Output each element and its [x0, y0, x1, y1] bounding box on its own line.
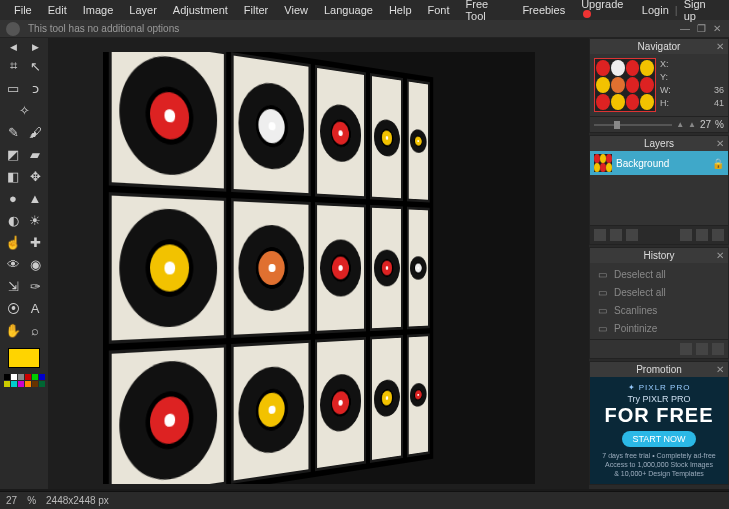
- history-delete-icon[interactable]: [712, 343, 724, 355]
- layer-mask-icon[interactable]: [610, 229, 622, 241]
- brush-tool[interactable]: 🖌: [25, 122, 45, 142]
- hand-tool[interactable]: ✋: [3, 320, 23, 340]
- wand-tool[interactable]: ✧: [14, 100, 34, 120]
- palette-swatch[interactable]: [32, 381, 38, 387]
- layers-close-icon[interactable]: ✕: [716, 138, 724, 149]
- toolbox-collapse-right-icon[interactable]: ▶: [32, 42, 39, 54]
- zoom-tool[interactable]: ⌕: [25, 320, 45, 340]
- zoom-slider[interactable]: [594, 124, 672, 126]
- color-palette[interactable]: [4, 374, 45, 387]
- menu-view[interactable]: View: [276, 4, 316, 16]
- layer-row-background[interactable]: Background 🔒: [590, 151, 728, 175]
- palette-swatch[interactable]: [32, 374, 38, 380]
- palette-swatch[interactable]: [18, 374, 24, 380]
- promo-subtext: 7 days free trial • Completely ad-free A…: [596, 451, 722, 478]
- menu-edit[interactable]: Edit: [40, 4, 75, 16]
- sponge-tool[interactable]: ◐: [3, 210, 23, 230]
- minimize-icon[interactable]: —: [679, 23, 691, 35]
- menu-upgrade[interactable]: Upgrade: [573, 0, 636, 22]
- pinch-tool[interactable]: ⇲: [3, 276, 23, 296]
- drawing-tool[interactable]: ✑: [25, 276, 45, 296]
- menu-image[interactable]: Image: [75, 4, 122, 16]
- palette-swatch[interactable]: [11, 374, 17, 380]
- palette-swatch[interactable]: [4, 374, 10, 380]
- menu-help[interactable]: Help: [381, 4, 420, 16]
- layer-duplicate-icon[interactable]: [696, 229, 708, 241]
- menu-freebies[interactable]: Freebies: [514, 4, 573, 16]
- promo-cta-button[interactable]: START NOW: [622, 431, 695, 447]
- bucket-tool[interactable]: ▰: [25, 144, 45, 164]
- toolbox: ◀▶ ⌗↖ ▭ɔ ✧ ✎🖌 ◩▰ ◧✥ ●▲ ◐☀ ☝✚ 👁◉ ⇲✑ ⦿A ✋⌕: [0, 38, 48, 489]
- lock-icon[interactable]: 🔒: [712, 158, 724, 169]
- clone-tool[interactable]: ✥: [25, 166, 45, 186]
- layers-title: Layers: [644, 138, 674, 149]
- palette-swatch[interactable]: [25, 374, 31, 380]
- gradient-tool[interactable]: ◧: [3, 166, 23, 186]
- palette-swatch[interactable]: [11, 381, 17, 387]
- navigator-title: Navigator: [638, 41, 681, 52]
- palette-swatch[interactable]: [4, 381, 10, 387]
- eye-tool[interactable]: 👁: [3, 254, 23, 274]
- blur-tool[interactable]: ●: [3, 188, 23, 208]
- history-redo-icon[interactable]: [696, 343, 708, 355]
- layer-style-icon[interactable]: [626, 229, 638, 241]
- promotion-panel: Promotion✕ ✦ PIXLR PRO Try PIXLR PRO FOR…: [589, 361, 729, 485]
- restore-icon[interactable]: ❐: [695, 23, 707, 35]
- layer-name: Background: [616, 158, 669, 169]
- promo-try-text: Try PIXLR PRO: [596, 394, 722, 404]
- move-tool[interactable]: ↖: [25, 56, 45, 76]
- login-link[interactable]: Login: [636, 4, 675, 16]
- history-step-icon: ▭: [596, 286, 608, 298]
- promo-logo: ✦ PIXLR PRO: [596, 383, 722, 392]
- history-close-icon[interactable]: ✕: [716, 250, 724, 261]
- nav-x-label: X:: [660, 58, 669, 71]
- signup-link[interactable]: Sign up: [678, 0, 723, 22]
- menu-font[interactable]: Font: [420, 4, 458, 16]
- colorpicker-tool[interactable]: ⦿: [3, 298, 23, 318]
- menu-freetool[interactable]: Free Tool: [458, 0, 515, 22]
- layer-new-icon[interactable]: [680, 229, 692, 241]
- history-item[interactable]: ▭Deselect all: [590, 283, 728, 301]
- layer-delete-icon[interactable]: [712, 229, 724, 241]
- menu-language[interactable]: Language: [316, 4, 381, 16]
- menu-adjustment[interactable]: Adjustment: [165, 4, 236, 16]
- marquee-tool[interactable]: ▭: [3, 78, 23, 98]
- menu-bar: File Edit Image Layer Adjustment Filter …: [0, 0, 729, 20]
- promotion-close-icon[interactable]: ✕: [716, 364, 724, 375]
- canvas[interactable]: [103, 52, 535, 484]
- zoom-value: 27: [700, 119, 711, 130]
- lasso-tool[interactable]: ɔ: [25, 78, 45, 98]
- redeye-tool[interactable]: ◉: [25, 254, 45, 274]
- type-tool[interactable]: A: [25, 298, 45, 318]
- color-swatch[interactable]: [8, 348, 40, 368]
- zoom-out-icon[interactable]: ▲: [676, 120, 684, 129]
- promo-headline: FOR FREE: [596, 404, 722, 427]
- palette-swatch[interactable]: [18, 381, 24, 387]
- toolbox-collapse-left-icon[interactable]: ◀: [10, 42, 17, 54]
- zoom-in-icon[interactable]: ▲: [688, 120, 696, 129]
- sharpen-tool[interactable]: ▲: [25, 188, 45, 208]
- smudge-tool[interactable]: ☝: [3, 232, 23, 252]
- history-undo-icon[interactable]: [680, 343, 692, 355]
- crop-tool[interactable]: ⌗: [3, 56, 23, 76]
- menu-layer[interactable]: Layer: [121, 4, 165, 16]
- navigator-thumbnail[interactable]: [594, 58, 656, 112]
- palette-swatch[interactable]: [39, 381, 45, 387]
- palette-swatch[interactable]: [25, 381, 31, 387]
- navigator-close-icon[interactable]: ✕: [716, 41, 724, 52]
- history-item[interactable]: ▭Deselect all: [590, 265, 728, 283]
- history-item[interactable]: ▭Pointinize: [590, 319, 728, 337]
- history-item[interactable]: ▭Scanlines: [590, 301, 728, 319]
- dodge-tool[interactable]: ☀: [25, 210, 45, 230]
- layers-panel: Layers✕ Background 🔒: [589, 135, 729, 245]
- current-tool-icon: [6, 22, 20, 36]
- status-bar: 27 % 2448x2448 px: [0, 491, 729, 509]
- menu-file[interactable]: File: [6, 4, 40, 16]
- palette-swatch[interactable]: [39, 374, 45, 380]
- pencil-tool[interactable]: ✎: [3, 122, 23, 142]
- layer-opacity-icon[interactable]: [594, 229, 606, 241]
- menu-filter[interactable]: Filter: [236, 4, 276, 16]
- close-icon[interactable]: ✕: [711, 23, 723, 35]
- eraser-tool[interactable]: ◩: [3, 144, 23, 164]
- heal-tool[interactable]: ✚: [25, 232, 45, 252]
